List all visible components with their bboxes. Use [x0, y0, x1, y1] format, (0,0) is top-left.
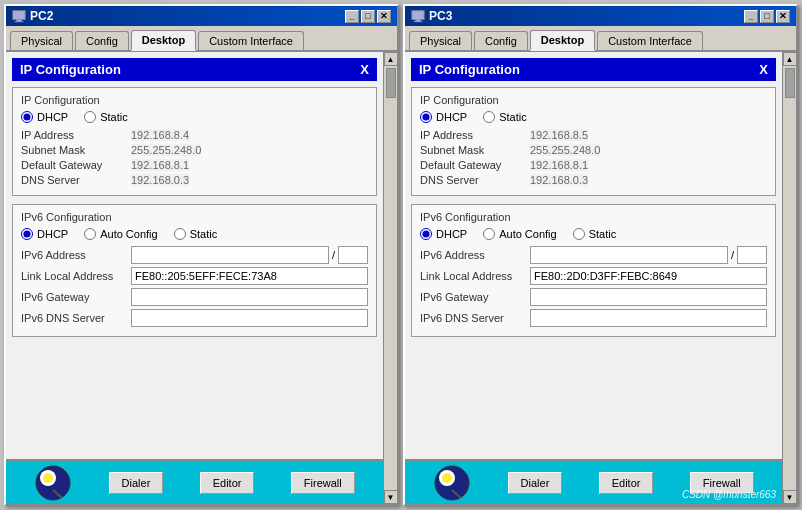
pc3-ip-address-value: 192.168.8.5: [530, 129, 588, 141]
pc3-ip-address-label: IP Address: [420, 129, 530, 141]
pc2-scroll-down[interactable]: ▼: [384, 490, 398, 504]
pc2-ipv6-dhcp-radio[interactable]: [21, 228, 33, 240]
pc3-ip-mode-row: DHCP Static: [420, 111, 767, 123]
pc2-title-bar: PC2 _ □ ✕: [6, 6, 397, 26]
pc2-inner: IP Configuration X IP Configuration DHCP: [6, 52, 383, 504]
pc2-ipv6-gateway-label: IPv6 Gateway: [21, 291, 131, 303]
pc2-section-title: IP Configuration: [21, 94, 368, 106]
pc3-dhcp-radio[interactable]: [420, 111, 432, 123]
pc3-maximize-btn[interactable]: □: [760, 10, 774, 23]
pc3-minimize-btn[interactable]: _: [744, 10, 758, 23]
pc3-ip-config-header: IP Configuration X: [411, 58, 776, 81]
pc3-scroll-down[interactable]: ▼: [783, 490, 797, 504]
pc3-title: PC3: [429, 9, 452, 23]
pc3-main-content: IP Configuration X IP Configuration DHCP: [405, 52, 796, 504]
pc2-tab-custom[interactable]: Custom Interface: [198, 31, 304, 50]
pc3-scrollbar: ▲ ▼: [782, 52, 796, 504]
pc3-tab-physical[interactable]: Physical: [409, 31, 472, 50]
pc3-title-left: PC3: [411, 9, 452, 23]
pc2-maximize-btn[interactable]: □: [361, 10, 375, 23]
pc3-scroll-up[interactable]: ▲: [783, 52, 797, 66]
pc2-tab-physical[interactable]: Physical: [10, 31, 73, 50]
pc3-bottom-icon: [433, 464, 471, 502]
pc2-ipv6-gateway-input[interactable]: [131, 288, 368, 306]
pc2-gateway-value: 192.168.8.1: [131, 159, 189, 171]
pc3-editor-btn[interactable]: Editor: [599, 472, 654, 494]
pc2-dns-value: 192.168.0.3: [131, 174, 189, 186]
pc3-content: IP Configuration X IP Configuration DHCP: [405, 52, 782, 459]
pc3-ipv4-section: IP Configuration DHCP Static: [411, 87, 776, 196]
pc3-controls: _ □ ✕: [744, 10, 790, 23]
pc2-ipv6-dns-input[interactable]: [131, 309, 368, 327]
pc2-dhcp-radio[interactable]: [21, 111, 33, 123]
pc2-ipv6-address-row: IPv6 Address /: [21, 246, 368, 264]
pc3-ip-config-close[interactable]: X: [759, 62, 768, 77]
pc3-ipv6-gateway-input[interactable]: [530, 288, 767, 306]
pc2-firewall-btn[interactable]: Firewall: [291, 472, 355, 494]
pc3-static-label[interactable]: Static: [483, 111, 527, 123]
pc3-gateway-label: Default Gateway: [420, 159, 530, 171]
pc2-ipv6-dhcp-label[interactable]: DHCP: [21, 228, 68, 240]
pc3-scroll-thumb[interactable]: [785, 68, 795, 98]
pc2-scroll-up[interactable]: ▲: [384, 52, 398, 66]
svg-point-11: [442, 473, 452, 483]
pc2-ip-mode-row: DHCP Static: [21, 111, 368, 123]
pc2-window: PC2 _ □ ✕ Physical Config Desktop Custom…: [4, 4, 399, 506]
pc3-ipv6-dns-input[interactable]: [530, 309, 767, 327]
pc3-dialer-btn[interactable]: Dialer: [508, 472, 563, 494]
pc2-minimize-btn[interactable]: _: [345, 10, 359, 23]
pc2-dhcp-label[interactable]: DHCP: [21, 111, 68, 123]
pc3-ipv6-address-row: IPv6 Address /: [420, 246, 767, 264]
pc3-ipv6-auto-radio[interactable]: [483, 228, 495, 240]
pc3-tab-config[interactable]: Config: [474, 31, 528, 50]
pc2-ip-config-close[interactable]: X: [360, 62, 369, 77]
pc2-scroll-thumb[interactable]: [386, 68, 396, 98]
pc3-close-btn[interactable]: ✕: [776, 10, 790, 23]
pc2-ipv6-static-label[interactable]: Static: [174, 228, 218, 240]
pc3-ipv6-dns-row: IPv6 DNS Server: [420, 309, 767, 327]
pc2-bottom-bar: Dialer Editor Firewall: [6, 459, 383, 504]
pc3-ipv6-dhcp-radio[interactable]: [420, 228, 432, 240]
pc2-scrollbar: ▲ ▼: [383, 52, 397, 504]
pc2-static-label[interactable]: Static: [84, 111, 128, 123]
pc3-ipv6-address-label: IPv6 Address: [420, 249, 530, 261]
pc3-static-radio[interactable]: [483, 111, 495, 123]
pc3-dns-label: DNS Server: [420, 174, 530, 186]
pc3-link-local-input[interactable]: [530, 267, 767, 285]
pc2-subnet-value: 255.255.248.0: [131, 144, 201, 156]
pc3-ipv6-auto-label[interactable]: Auto Config: [483, 228, 556, 240]
pc3-ipv6-prefix-input[interactable]: [737, 246, 767, 264]
svg-rect-1: [16, 20, 21, 22]
pc2-tab-config[interactable]: Config: [75, 31, 129, 50]
pc3-ipv6-static-label[interactable]: Static: [573, 228, 617, 240]
pc2-ipv6-prefix-input[interactable]: [338, 246, 368, 264]
pc3-bottom-bar: Dialer Editor Firewall CSDN @monster663: [405, 459, 782, 504]
pc3-ipv6-title: IPv6 Configuration: [420, 211, 767, 223]
pc3-ipv6-dhcp-label[interactable]: DHCP: [420, 228, 467, 240]
watermark: CSDN @monster663: [682, 489, 776, 500]
pc2-content: IP Configuration X IP Configuration DHCP: [6, 52, 383, 459]
pc2-ipv6-auto-radio[interactable]: [84, 228, 96, 240]
pc2-gateway-row: Default Gateway 192.168.8.1: [21, 159, 368, 171]
pc2-tab-desktop[interactable]: Desktop: [131, 30, 196, 51]
pc2-editor-btn[interactable]: Editor: [200, 472, 255, 494]
pc2-static-radio[interactable]: [84, 111, 96, 123]
pc3-dns-row: DNS Server 192.168.0.3: [420, 174, 767, 186]
pc3-ipv6-section: IPv6 Configuration DHCP Auto Config: [411, 204, 776, 337]
pc2-close-btn[interactable]: ✕: [377, 10, 391, 23]
pc2-link-local-input[interactable]: [131, 267, 368, 285]
pc3-tab-custom[interactable]: Custom Interface: [597, 31, 703, 50]
pc2-gateway-label: Default Gateway: [21, 159, 131, 171]
pc3-ipv6-address-input[interactable]: [530, 246, 728, 264]
pc3-tab-desktop[interactable]: Desktop: [530, 30, 595, 51]
pc2-ip-address-value: 192.168.8.4: [131, 129, 189, 141]
pc3-dhcp-label[interactable]: DHCP: [420, 111, 467, 123]
pc2-ipv6-address-input[interactable]: [131, 246, 329, 264]
pc2-controls: _ □ ✕: [345, 10, 391, 23]
pc2-ipv6-auto-label[interactable]: Auto Config: [84, 228, 157, 240]
pc2-ipv6-static-radio[interactable]: [174, 228, 186, 240]
pc2-dialer-btn[interactable]: Dialer: [109, 472, 164, 494]
pc2-tab-bar: Physical Config Desktop Custom Interface: [6, 26, 397, 52]
pc2-ip-address-label: IP Address: [21, 129, 131, 141]
pc3-ipv6-static-radio[interactable]: [573, 228, 585, 240]
